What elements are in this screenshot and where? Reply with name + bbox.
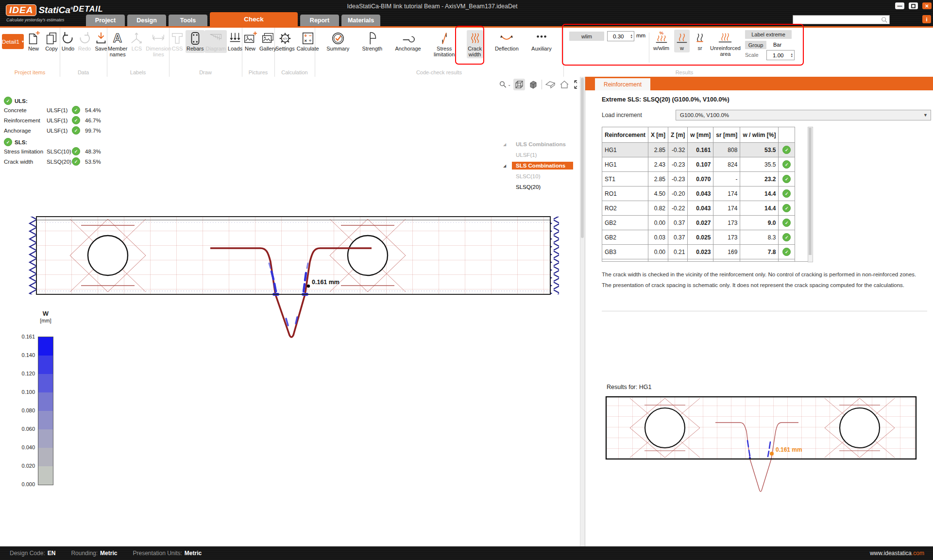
group-toggle-button[interactable]: Group (745, 41, 766, 49)
axes-icon (129, 31, 144, 46)
wlim-value-spinner[interactable]: 0.30▲▼ (607, 31, 634, 41)
auxiliary-button[interactable]: Auxiliary (530, 30, 553, 53)
divider (602, 311, 927, 311)
check-summary-row: Crack widthSLSQ(20)✓53.5% (4, 156, 101, 167)
rebars-button[interactable]: Rebars (186, 30, 204, 53)
minimize-button[interactable]: — (895, 2, 904, 9)
search-input[interactable] (793, 17, 881, 23)
tab-tools[interactable]: Tools (169, 15, 207, 26)
design-code-value: EN (48, 550, 56, 557)
rounding-label: Rounding: (71, 550, 98, 557)
member-names-button[interactable]: A Member names (107, 30, 128, 58)
w-wlim-toggle[interactable]: % w/wlim (652, 30, 670, 52)
spinner-arrows-icon[interactable]: ▲▼ (629, 34, 634, 39)
table-row[interactable]: RO14.50-0.200.04317414.4✓ (602, 187, 795, 201)
group-code-check-results: Summary Strength Anchorage Stress limita… (315, 28, 564, 77)
css-button[interactable]: CSS (169, 30, 186, 53)
lcs-button[interactable]: LCS (128, 30, 145, 53)
zoom-tool-button[interactable]: ⌄ (499, 79, 511, 90)
opening-circle-left (645, 408, 685, 448)
tab-design[interactable]: Design (127, 15, 166, 26)
new-picture-button[interactable]: New (242, 30, 258, 53)
table-row[interactable]: HG12.43-0.230.10782435.5✓ (602, 157, 795, 172)
canvas-scrollbar[interactable] (580, 77, 585, 546)
home-view-button[interactable] (559, 79, 570, 90)
tab-project[interactable]: Project (86, 15, 125, 26)
color-scale-title: W (38, 310, 53, 317)
anchorage-button[interactable]: Anchorage (394, 30, 422, 53)
stress-limitation-button[interactable]: Stress limitation (433, 30, 456, 58)
copy-button[interactable]: Copy (43, 30, 60, 53)
spinner-arrows-icon[interactable]: ▲▼ (790, 53, 794, 58)
w-toggle[interactable]: w (674, 30, 690, 52)
scale-tick: 0.161 (19, 334, 35, 339)
scrollbar-thumb[interactable] (581, 78, 584, 238)
scale-band (38, 448, 53, 466)
group-label: Results (563, 69, 805, 75)
sls-summary-header: ✓SLS: (4, 138, 101, 146)
table-row[interactable]: GB20.030.370.0251738.3✓ (602, 230, 795, 245)
solid-view-button[interactable] (527, 79, 539, 90)
table-row[interactable]: GB12.710.370.0211307.0✓ (602, 259, 795, 262)
strength-button[interactable]: Strength (361, 30, 384, 53)
website-link[interactable]: www.ideastatica.com (870, 550, 924, 557)
label-extreme-button[interactable]: Label extreme (745, 30, 792, 39)
column-header[interactable]: X [m] (648, 127, 668, 143)
rounding-value: Metric (100, 550, 117, 557)
column-header[interactable]: sr [mm] (713, 127, 740, 143)
column-header[interactable]: w / wlim [%] (740, 127, 779, 143)
diagram-button[interactable]: Diagram (204, 30, 227, 53)
app-logo: IDEA StatiCa® (6, 3, 73, 17)
sr-toggle[interactable]: sr (692, 30, 708, 52)
group-draw: CSS Rebars Diagram Loads Draw (169, 28, 242, 77)
opening-circle-right (840, 408, 880, 448)
wireframe-cube-icon (514, 80, 524, 89)
tree-item[interactable]: ◢ULS Combinations (503, 139, 573, 150)
tree-item[interactable]: ◢SLS Combinations (503, 160, 573, 171)
redo-button[interactable]: Redo (76, 30, 93, 53)
group-results: wlim 0.30▲▼ mm % w/wlim w sr Unreinforce… (563, 28, 805, 77)
tab-reinforcement[interactable]: Reinforcement (595, 78, 650, 90)
wireframe-view-button[interactable] (513, 79, 525, 90)
scale-value-spinner[interactable]: 1.00▲▼ (766, 50, 795, 60)
tab-report[interactable]: Report (300, 15, 339, 26)
info-button[interactable]: i (922, 15, 931, 23)
tree-item[interactable]: ULSF(1) (503, 150, 573, 160)
settings-button[interactable]: </> Settings (274, 30, 296, 53)
tab-materials[interactable]: Materials (341, 15, 380, 26)
table-row[interactable]: ST12.85-0.230.070-23.2✓ (602, 172, 795, 187)
load-increment-dropdown[interactable]: G100.0%, V100.0% ▼ (676, 110, 931, 120)
deflection-button[interactable]: Deflection (494, 30, 520, 53)
table-row[interactable]: RO20.82-0.220.04317414.4✓ (602, 201, 795, 216)
column-header[interactable] (779, 127, 795, 143)
svg-text:A: A (113, 31, 122, 45)
detail-selector[interactable]: Detail1▾ (2, 34, 24, 49)
close-button[interactable]: ✕ (922, 2, 932, 9)
table-row[interactable]: GB30.000.210.0231697.8✓ (602, 245, 795, 259)
table-row[interactable]: GB20.000.370.0271739.0✓ (602, 216, 795, 230)
wlim-button[interactable]: wlim (569, 32, 604, 41)
units-label: Presentation Units: (133, 550, 182, 557)
undo-button[interactable]: Undo (60, 30, 76, 53)
w-icon (675, 31, 689, 45)
loads-button[interactable]: Loads (227, 30, 243, 53)
rebar-section-icon (188, 31, 203, 46)
new-project-item-button[interactable]: New (25, 30, 42, 53)
dimension-lines-button[interactable]: Dimension lines (145, 30, 172, 58)
pass-icon: ✓ (72, 126, 80, 135)
crack-width-button[interactable]: Crack width (467, 30, 483, 58)
unreinforced-area-toggle[interactable]: Unreinforced area (709, 30, 742, 58)
table-row[interactable]: HG12.85-0.320.16180853.5✓ (602, 143, 795, 157)
scrollbar-thumb[interactable] (809, 128, 812, 255)
model-canvas[interactable]: ⌄ ✓ULS: ConcreteULSF(1)✓54.4%Reinforceme… (0, 77, 580, 546)
table-scrollbar[interactable] (808, 127, 813, 262)
beam-model-drawing[interactable]: 0.161 mm (19, 173, 563, 354)
clip-view-button[interactable] (544, 79, 556, 90)
tab-check[interactable]: Check (210, 12, 298, 26)
column-header[interactable]: Reinforcement (602, 127, 648, 143)
stress-diagram-icon (437, 31, 452, 46)
column-header[interactable]: Z [m] (668, 127, 688, 143)
column-header[interactable]: w [mm] (688, 127, 713, 143)
maximize-button[interactable] (909, 2, 918, 9)
summary-button[interactable]: Summary (325, 30, 350, 53)
